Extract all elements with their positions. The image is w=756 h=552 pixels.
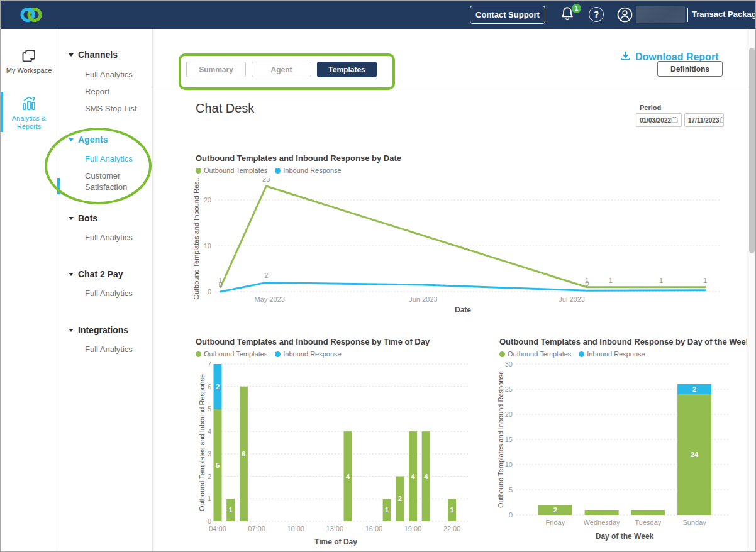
- svg-text:4: 4: [411, 473, 415, 480]
- legend-inbound-response: Inbound Response: [275, 350, 341, 358]
- green-dot-icon: [196, 168, 201, 174]
- svg-text:23: 23: [262, 178, 270, 183]
- sidebar-item-channels-full-analytics[interactable]: Full Analytics: [85, 69, 143, 80]
- svg-text:1: 1: [609, 277, 613, 284]
- section-label: Integrations: [78, 325, 128, 335]
- svg-text:Day of the Week: Day of the Week: [596, 532, 654, 541]
- profile-icon[interactable]: [616, 6, 633, 26]
- rail-item-label: My Workspace: [1, 67, 57, 75]
- sidebar-item-agents-full-analytics[interactable]: Full Analytics: [85, 153, 143, 165]
- legend-label: Outbound Templates: [508, 350, 571, 358]
- sidebar-item-integrations-full-analytics[interactable]: Full Analytics: [85, 344, 143, 355]
- svg-text:5: 5: [208, 405, 211, 412]
- sidebar-item-bots-full-analytics[interactable]: Full Analytics: [85, 232, 143, 243]
- svg-text:Wednesday: Wednesday: [584, 519, 620, 526]
- svg-text:Tuesday: Tuesday: [635, 519, 661, 526]
- notifications-button[interactable]: 1: [559, 6, 581, 25]
- legend-outbound-templates: Outbound Templates: [499, 350, 571, 358]
- tab-summary[interactable]: Summary: [186, 62, 246, 77]
- chart-day-legend: Outbound Templates Inbound Response: [499, 350, 645, 358]
- sidebar-section-channels[interactable]: Channels: [69, 50, 118, 60]
- sidebar-item-sms-stop-list[interactable]: SMS Stop List: [85, 103, 143, 114]
- app-window: Contact Support 1 ? Transact Package: [0, 0, 756, 552]
- legend-inbound-response: Inbound Response: [275, 167, 341, 174]
- svg-text:7: 7: [208, 360, 211, 368]
- definitions-button[interactable]: Definitions: [657, 61, 723, 77]
- svg-text:19:00: 19:00: [404, 525, 422, 533]
- svg-text:Sunday: Sunday: [682, 519, 706, 526]
- svg-text:16:00: 16:00: [365, 525, 383, 533]
- svg-text:4: 4: [424, 473, 428, 480]
- chart-time-title: Outbound Templates and Inbound Response …: [196, 337, 430, 346]
- section-label: Chat 2 Pay: [78, 269, 123, 279]
- svg-text:1: 1: [208, 495, 211, 502]
- period-from-input[interactable]: 01/03/2022: [636, 113, 682, 127]
- svg-text:13:00: 13:00: [326, 525, 344, 533]
- svg-text:1: 1: [659, 277, 663, 284]
- bar-chart-by-time-of-day: 01234567521641244104:0007:0010:0013:0016…: [199, 359, 472, 549]
- svg-text:0: 0: [585, 280, 589, 287]
- svg-text:6: 6: [242, 450, 245, 458]
- sidebar-item-channels-report[interactable]: Report: [85, 86, 143, 97]
- redacted-username: [636, 6, 685, 23]
- contact-support-button[interactable]: Contact Support: [470, 6, 545, 24]
- svg-text:15: 15: [505, 436, 513, 443]
- rail-item-my-workspace[interactable]: My Workspace: [1, 48, 57, 75]
- chart-date-title: Outbound Templates and Inbound Response …: [196, 153, 401, 163]
- brand-logo-icon[interactable]: [19, 5, 42, 27]
- chevron-down-icon: [69, 329, 74, 332]
- legend-outbound-templates: Outbound Templates: [196, 350, 267, 358]
- legend-label: Inbound Response: [283, 350, 341, 358]
- sidebar-section-chat-2-pay[interactable]: Chat 2 Pay: [69, 269, 123, 279]
- analytics-sidebar: Channels Full Analytics Report SMS Stop …: [57, 29, 153, 552]
- legend-outbound-templates: Outbound Templates: [196, 167, 267, 174]
- sidebar-section-agents[interactable]: Agents: [69, 135, 108, 145]
- section-label: Bots: [78, 213, 97, 223]
- svg-text:1: 1: [229, 506, 233, 514]
- period-to-value: 17/11/2023: [688, 117, 720, 124]
- svg-text:May 2023: May 2023: [255, 295, 285, 303]
- help-icon[interactable]: ?: [589, 7, 604, 22]
- green-dot-icon: [499, 351, 505, 357]
- svg-text:1: 1: [703, 277, 707, 284]
- download-icon: [620, 50, 631, 63]
- chart-day-title: Outbound Templates and Inbound Response …: [499, 337, 750, 346]
- top-navbar: Contact Support 1 ? Transact Package: [1, 1, 756, 29]
- sidebar-active-indicator: [57, 178, 60, 194]
- svg-text:2: 2: [553, 506, 557, 514]
- vertical-scrollbar[interactable]: [747, 29, 756, 552]
- svg-text:Outbound Templates and Inbound: Outbound Templates and Inbound Response: [199, 374, 206, 511]
- svg-text:Outbound Templates and Inbound: Outbound Templates and Inbound Response: [498, 371, 504, 508]
- workspace-icon: [21, 55, 37, 66]
- bell-icon: [559, 14, 575, 25]
- scrollbar-thumb[interactable]: [749, 48, 755, 253]
- sidebar-section-integrations[interactable]: Integrations: [69, 325, 128, 335]
- svg-text:22:00: 22:00: [443, 525, 461, 533]
- svg-text:10: 10: [505, 461, 513, 468]
- chevron-down-icon: [69, 53, 74, 57]
- package-label: Transact Package: [692, 9, 756, 19]
- period-label: Period: [640, 104, 661, 111]
- sidebar-section-bots[interactable]: Bots: [69, 213, 97, 223]
- sidebar-item-customer-satisfaction[interactable]: Customer Satisfaction: [85, 170, 143, 193]
- svg-text:04:00: 04:00: [209, 525, 226, 533]
- legend-label: Outbound Templates: [204, 167, 267, 174]
- tab-templates[interactable]: Templates: [317, 62, 377, 77]
- rail-item-analytics-reports[interactable]: Analytics & Reports: [1, 94, 57, 131]
- tab-agent[interactable]: Agent: [252, 62, 311, 77]
- svg-text:6: 6: [208, 383, 211, 390]
- svg-text:25: 25: [505, 385, 513, 393]
- green-dot-icon: [196, 351, 201, 357]
- svg-text:2: 2: [208, 473, 211, 480]
- svg-text:20: 20: [505, 411, 513, 418]
- svg-text:1: 1: [385, 506, 389, 514]
- svg-text:0: 0: [208, 517, 211, 525]
- svg-text:2: 2: [216, 383, 220, 390]
- sidebar-item-chat2pay-full-analytics[interactable]: Full Analytics: [85, 288, 143, 299]
- svg-text:30: 30: [505, 360, 513, 368]
- svg-text:Time of Day: Time of Day: [314, 538, 357, 546]
- navbar-divider: [687, 8, 688, 22]
- legend-label: Inbound Response: [587, 350, 645, 358]
- svg-text:Jun 2023: Jun 2023: [409, 295, 437, 303]
- period-to-input[interactable]: 17/11/2023: [684, 113, 724, 127]
